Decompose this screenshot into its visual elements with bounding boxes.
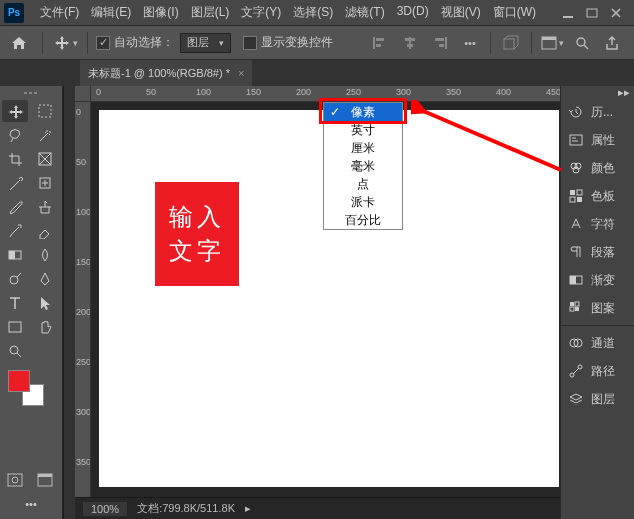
svg-rect-13 [542, 37, 556, 40]
rectangle-tool[interactable] [2, 316, 28, 338]
menu-图像(I)[interactable]: 图像(I) [137, 4, 184, 21]
panel-历...[interactable]: 历... [561, 98, 634, 126]
panel-通道[interactable]: 通道 [561, 329, 634, 357]
screenmode-icon[interactable] [32, 469, 58, 491]
magic-wand-tool[interactable] [32, 124, 58, 146]
panel-字符[interactable]: 字符 [561, 210, 634, 238]
foreground-color-swatch[interactable] [8, 370, 30, 392]
unit-option-像素[interactable]: 像素 [324, 103, 402, 121]
lasso-tool[interactable] [2, 124, 28, 146]
blur-tool[interactable] [32, 244, 58, 266]
panel-段落[interactable]: 段落 [561, 238, 634, 266]
gradient-tool[interactable] [2, 244, 28, 266]
edit-toolbar-icon[interactable]: ••• [2, 493, 60, 515]
menu-图层(L)[interactable]: 图层(L) [185, 4, 236, 21]
hand-tool[interactable] [32, 316, 58, 338]
document-size-label: 文档:799.8K/511.8K [137, 501, 235, 516]
history-brush-tool[interactable] [2, 220, 28, 242]
document-tab[interactable]: 未标题-1 @ 100%(RGB/8#) * × [80, 60, 252, 86]
svg-rect-17 [34, 92, 37, 94]
window-restore-button[interactable] [586, 7, 598, 19]
share-icon[interactable] [600, 31, 624, 55]
quickmask-icon[interactable] [2, 469, 28, 491]
unit-option-派卡[interactable]: 派卡 [324, 193, 402, 211]
healing-brush-tool[interactable] [32, 172, 58, 194]
auto-select-target-dropdown[interactable]: 图层 [180, 33, 231, 53]
search-icon[interactable] [570, 31, 594, 55]
panel-icon-颜色 [567, 160, 585, 176]
svg-rect-7 [407, 44, 413, 47]
svg-rect-34 [570, 190, 575, 195]
svg-rect-30 [570, 135, 582, 145]
canvas-viewport[interactable]: 输入文字 像素英寸厘米毫米点派卡百分比 [91, 102, 560, 497]
eyedropper-tool[interactable] [2, 172, 28, 194]
more-options-icon[interactable]: ••• [458, 31, 482, 55]
collapsed-panel-strip[interactable] [63, 86, 75, 519]
svg-rect-43 [575, 307, 579, 311]
menu-编辑(E)[interactable]: 编辑(E) [85, 4, 137, 21]
window-minimize-button[interactable] [562, 7, 574, 19]
menu-视图(V)[interactable]: 视图(V) [435, 4, 487, 21]
eraser-tool[interactable] [32, 220, 58, 242]
color-swatches[interactable] [2, 370, 60, 408]
svg-rect-26 [8, 474, 22, 486]
panel-属性[interactable]: 属性 [561, 126, 634, 154]
zoom-level[interactable]: 100% [83, 502, 127, 516]
vertical-ruler[interactable]: 050100150200250300350 [75, 102, 91, 497]
svg-rect-39 [570, 276, 576, 284]
status-chevron-icon[interactable]: ▸ [245, 502, 251, 515]
menubar: Ps 文件(F)编辑(E)图像(I)图层(L)文字(Y)选择(S)滤镜(T)3D… [0, 0, 634, 26]
align-right-icon[interactable] [428, 31, 452, 55]
menu-滤镜(T)[interactable]: 滤镜(T) [339, 4, 390, 21]
unit-option-毫米[interactable]: 毫米 [324, 157, 402, 175]
canvas-area: 050100150200250300350400450 050100150200… [75, 86, 560, 519]
unit-option-百分比[interactable]: 百分比 [324, 211, 402, 229]
unit-option-英寸[interactable]: 英寸 [324, 121, 402, 139]
align-left-icon[interactable] [368, 31, 392, 55]
menu-3D(D)[interactable]: 3D(D) [391, 4, 435, 21]
menu-选择(S)[interactable]: 选择(S) [287, 4, 339, 21]
window-close-button[interactable] [610, 7, 622, 19]
dodge-tool[interactable] [2, 268, 28, 290]
svg-rect-9 [435, 38, 444, 41]
show-transform-checkbox[interactable]: 显示变换控件 [243, 34, 333, 51]
crop-tool[interactable] [2, 148, 28, 170]
type-tool[interactable] [2, 292, 28, 314]
align-center-h-icon[interactable] [398, 31, 422, 55]
auto-select-checkbox[interactable]: 自动选择： [96, 34, 174, 51]
svg-rect-6 [405, 38, 415, 41]
pen-tool[interactable] [32, 268, 58, 290]
brush-tool[interactable] [2, 196, 28, 218]
menu-文件(F)[interactable]: 文件(F) [34, 4, 85, 21]
panel-图案[interactable]: 图案 [561, 294, 634, 322]
document-tab-close-icon[interactable]: × [238, 67, 244, 79]
panel-渐变[interactable]: 渐变 [561, 266, 634, 294]
home-button[interactable] [4, 30, 34, 56]
menu-窗口(W)[interactable]: 窗口(W) [487, 4, 542, 21]
svg-rect-4 [376, 44, 381, 47]
3d-mode-icon[interactable] [499, 31, 523, 55]
workspace-dropdown-icon[interactable]: ▾ [540, 31, 564, 55]
svg-rect-10 [439, 44, 444, 47]
panel-icon-段落 [567, 244, 585, 260]
options-bar: ▾ 自动选择： 图层 显示变换控件 ••• ▾ [0, 26, 634, 60]
panel-collapse-icon[interactable]: ▸▸ [618, 86, 630, 99]
unit-option-点[interactable]: 点 [324, 175, 402, 193]
unit-option-厘米[interactable]: 厘米 [324, 139, 402, 157]
ruler-origin-box[interactable] [75, 86, 91, 102]
zoom-tool[interactable] [2, 340, 28, 362]
frame-tool[interactable] [32, 148, 58, 170]
clone-stamp-tool[interactable] [32, 196, 58, 218]
panel-路径[interactable]: 路径 [561, 357, 634, 385]
text-layer[interactable]: 输入文字 [155, 182, 239, 286]
move-tool[interactable] [2, 100, 28, 122]
path-select-tool[interactable] [32, 292, 58, 314]
panel-图层[interactable]: 图层 [561, 385, 634, 413]
move-tool-indicator[interactable]: ▾ [51, 32, 79, 54]
horizontal-ruler[interactable]: 050100150200250300350400450 [91, 86, 560, 102]
panel-色板[interactable]: 色板 [561, 182, 634, 210]
ps-logo-icon: Ps [4, 3, 24, 23]
marquee-tool[interactable] [32, 100, 58, 122]
menu-文字(Y)[interactable]: 文字(Y) [235, 4, 287, 21]
panel-颜色[interactable]: 颜色 [561, 154, 634, 182]
